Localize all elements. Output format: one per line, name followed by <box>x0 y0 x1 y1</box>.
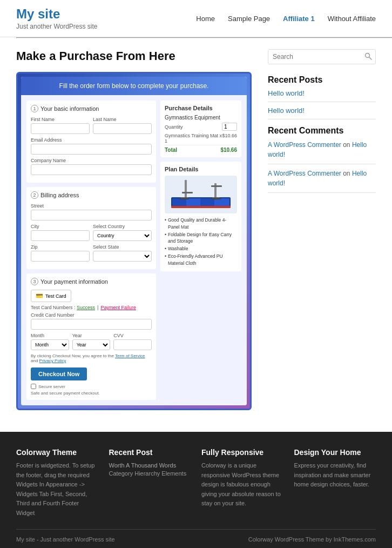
comment-divider-1 <box>268 192 376 193</box>
failure-link[interactable]: Payment Failure <box>100 305 136 310</box>
terms-link[interactable]: Term of Service <box>115 353 145 358</box>
qty-label: Quantity <box>165 124 183 130</box>
search-button[interactable] <box>361 50 375 64</box>
checkout-header: Fill the order form below to complete yo… <box>21 77 247 95</box>
footer-grid: Colorway Theme Footer is widgetized. To … <box>16 448 376 518</box>
zip-state-row: Zip Select State <box>31 244 152 262</box>
sidebar-post-0[interactable]: Hello world! <box>268 89 376 97</box>
safe-text: Safe and secure payment checkout. <box>31 391 152 396</box>
secure-checkbox[interactable] <box>31 384 36 389</box>
nav-without-affiliate[interactable]: Without Affiliate <box>328 15 376 23</box>
section2-num: 2 <box>31 191 38 199</box>
svg-rect-2 <box>172 198 186 206</box>
post-divider-0 <box>268 102 376 102</box>
qty-row: Quantity 1 <box>165 123 237 131</box>
svg-rect-7 <box>185 180 187 198</box>
footer-col2-text: Category Hierarchy Elements <box>109 469 191 479</box>
city-country-row: City Select Country Country <box>31 224 152 241</box>
footer-col3-text: Colorway is a unique responsive WordPres… <box>201 461 283 509</box>
month-year-cvv-row: Month Month Year Year <box>31 333 152 350</box>
test-card-button[interactable]: 💳 Test Card <box>31 290 71 302</box>
nav-home[interactable]: Home <box>196 15 215 23</box>
company-input[interactable] <box>31 164 152 175</box>
footer-col4-title: Design Your Home <box>294 448 376 457</box>
state-select[interactable] <box>93 251 152 262</box>
main-content: Make a Purchase From Here Fill the order… <box>0 38 392 421</box>
search-input[interactable] <box>268 50 361 64</box>
footer-col1-title: Colorway Theme <box>16 448 98 457</box>
svg-rect-10 <box>211 185 222 187</box>
country-label: Select Country <box>93 224 152 229</box>
privacy-link[interactable]: Privacy Policy <box>39 358 66 363</box>
firstname-input[interactable] <box>31 123 90 134</box>
footer-col4-text: Express your creativity, find inspiratio… <box>294 461 376 490</box>
lastname-input[interactable] <box>93 123 152 134</box>
plan-features: • Good Quality and Durable 4-Panel Mat •… <box>165 217 237 266</box>
cc-label: Credit Card Number <box>31 312 152 318</box>
checkout-right: Purchase Details Gymnastics Equipment Qu… <box>160 101 241 400</box>
feature-4: • Eco-Friendly Advanced PU Material Clot… <box>165 253 237 267</box>
basic-info-section: 1 Your basic information First Name Last… <box>26 101 156 183</box>
qty-input[interactable]: 1 <box>222 123 237 131</box>
state-group: Select State <box>93 244 152 262</box>
search-icon <box>364 52 372 60</box>
firstname-group: First Name <box>31 117 90 134</box>
recent-posts-title: Recent Posts <box>268 75 376 85</box>
street-input[interactable] <box>31 210 152 220</box>
test-card-numbers: Test Card Numbers : Success | Payment Fa… <box>31 305 152 310</box>
footer-bottom: My site - Just another WordPress site Co… <box>16 529 376 543</box>
search-box <box>268 49 376 64</box>
plan-title: Plan Details <box>165 166 237 172</box>
footer-col2-title: Recent Post <box>109 448 191 457</box>
commenter-1[interactable]: A WordPress Commenter <box>268 170 341 177</box>
zip-label: Zip <box>31 244 90 250</box>
email-label: Email Address <box>31 137 152 143</box>
cvv-group: CVV <box>113 333 152 350</box>
section2-label: 2 Billing address <box>31 191 152 199</box>
svg-rect-14 <box>211 198 221 199</box>
month-group: Month Month <box>31 333 69 350</box>
checkout-container: Fill the order form below to complete yo… <box>16 72 252 410</box>
year-group: Year Year <box>72 333 111 350</box>
country-select[interactable]: Country <box>93 230 152 241</box>
footer-col3-title: Fully Responsive <box>201 448 283 457</box>
name-row: First Name Last Name <box>31 117 152 134</box>
commenter-0[interactable]: A WordPress Commenter <box>268 141 341 149</box>
secure-label: Secure server <box>38 384 65 389</box>
city-input[interactable] <box>31 230 90 241</box>
country-group: Select Country Country <box>93 224 152 241</box>
section1-label: 1 Your basic information <box>31 105 152 112</box>
svg-rect-3 <box>186 198 200 206</box>
checkout-body: 1 Your basic information First Name Last… <box>21 95 247 405</box>
cc-input[interactable] <box>31 319 152 330</box>
sidebar-comment-0: A WordPress Commenter on Hello world! <box>268 140 376 159</box>
cvv-label: CVV <box>113 333 152 338</box>
email-input[interactable] <box>31 144 152 155</box>
page-title: Make a Purchase From Here <box>16 49 252 63</box>
feature-1: • Good Quality and Durable 4-Panel Mat <box>165 217 237 231</box>
month-select[interactable]: Month <box>31 339 69 350</box>
zip-input[interactable] <box>31 251 90 262</box>
checkout-button[interactable]: Checkout Now <box>31 367 87 380</box>
sidebar: Recent Posts Hello world! Hello world! R… <box>268 49 376 410</box>
sidebar-post-1[interactable]: Hello world! <box>268 106 376 115</box>
site-tagline: Just another WordPress site <box>16 23 98 30</box>
price-row: Gymnastics Training Mat x 1 $10.66 <box>165 133 237 144</box>
city-label: City <box>31 224 90 229</box>
svg-rect-9 <box>182 192 193 193</box>
product-price: $10.66 <box>222 133 237 144</box>
site-title[interactable]: My site <box>16 6 60 21</box>
footer-bottom-right: Colorway WordPress Theme by InkThemes.co… <box>248 536 376 543</box>
success-link[interactable]: Success <box>77 305 95 310</box>
cvv-input[interactable] <box>113 339 152 350</box>
street-label: Street <box>31 203 152 209</box>
nav-affiliate1[interactable]: Affiliate 1 <box>283 15 315 23</box>
checkout-left: 1 Your basic information First Name Last… <box>26 101 160 400</box>
checkout-inner: Fill the order form below to complete yo… <box>21 77 247 405</box>
product-category: Gymnastics Equipment <box>165 115 237 121</box>
year-select[interactable]: Year <box>72 339 111 350</box>
product-line: Gymnastics Training Mat x 1 <box>165 133 222 144</box>
footer-col1-text: Footer is widgetized. To setup the foote… <box>16 461 98 518</box>
footer-col2-link[interactable]: Worth A Thousand Words <box>109 462 177 469</box>
nav-sample-page[interactable]: Sample Page <box>228 15 270 23</box>
